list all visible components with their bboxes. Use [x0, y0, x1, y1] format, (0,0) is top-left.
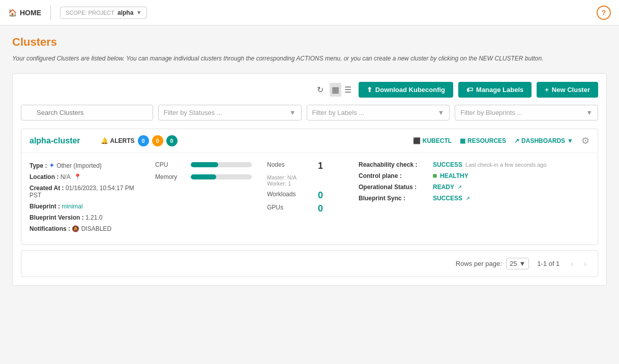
nav-divider: [50, 5, 51, 20]
memory-bar: [191, 174, 252, 179]
scope-label: SCOPE: PROJECT: [66, 10, 114, 16]
control-plane-label: Control plane :: [359, 172, 430, 179]
health-dot: [433, 174, 437, 178]
rows-per-page: Rows per page: 25 ▼: [456, 258, 529, 269]
labels-filter-arrow: ▼: [437, 109, 444, 116]
gpus-label: GPUs: [267, 204, 313, 211]
scope-selector[interactable]: SCOPE: PROJECT alpha ▼: [60, 7, 147, 19]
blueprint-row: Blueprint : minimal: [30, 203, 145, 210]
location-value: N/A: [61, 173, 70, 180]
alerts-section: 🔔 ALERTS 0 0 0: [101, 135, 178, 146]
dashboards-button[interactable]: ↗ DASHBOARDS ▼: [514, 137, 573, 144]
filters-row: 🔍 Filter by Statuses ... ▼ Filter by Lab…: [21, 105, 598, 120]
blueprint-sync-row: Blueprint Sync : SUCCESS ↗: [359, 195, 589, 202]
blueprint-value[interactable]: minimal: [62, 203, 82, 210]
list-icon: ☰: [344, 85, 351, 95]
download-icon: ⬆: [367, 86, 372, 94]
refresh-button[interactable]: ↻: [315, 83, 326, 97]
search-input[interactable]: [21, 105, 153, 120]
cluster-body: Type : ✦ Other (Imported) Location : N/A…: [21, 153, 598, 245]
gpus-value: 0: [318, 204, 323, 213]
home-button[interactable]: 🏠 HOME: [8, 9, 41, 17]
scope-dropdown-icon: ▼: [136, 10, 141, 15]
status-filter[interactable]: Filter by Statuses ... ▼: [158, 105, 302, 120]
rows-per-page-label: Rows per page:: [456, 260, 502, 267]
home-label: HOME: [20, 9, 41, 17]
manage-labels-button[interactable]: 🏷 Manage Labels: [458, 82, 532, 98]
toolbar: ↻ ▦ ☰ ⬆ Download Kubeconfig 🏷 Manage Lab…: [21, 82, 598, 98]
operational-label: Operational Status :: [359, 184, 430, 191]
blueprint-version-row: Blueprint Version : 1.21.0: [30, 214, 145, 221]
reachability-row: Reachability check : SUCCESS Last check-…: [359, 161, 589, 168]
clusters-card: ↻ ▦ ☰ ⬆ Download Kubeconfig 🏷 Manage Lab…: [12, 73, 607, 286]
new-cluster-button[interactable]: + New Cluster: [537, 82, 598, 98]
plus-icon: +: [545, 86, 549, 94]
created-at-label: Created At :: [30, 185, 64, 192]
nodes-row: Nodes 1: [267, 161, 348, 170]
resources-button[interactable]: ▦ RESOURCES: [460, 137, 506, 144]
memory-fill: [191, 174, 216, 179]
status-col: Reachability check : SUCCESS Last check-…: [359, 161, 589, 236]
grid-icon: ▦: [332, 85, 339, 95]
control-plane-row: Control plane : HEALTHY: [359, 172, 589, 179]
operational-value[interactable]: READY: [433, 184, 454, 191]
labels-filter[interactable]: Filter by Labels ... ▼: [307, 105, 450, 120]
external-link-icon-1: ↗: [457, 184, 462, 191]
page-description: Your configured Clusters are listed belo…: [12, 54, 607, 63]
location-row: Location : N/A 📍: [30, 173, 145, 180]
rows-per-page-value: 25: [510, 260, 517, 267]
created-at-row: Created At : 01/16/2023, 10:54:17 PM PST: [30, 185, 145, 199]
cluster-name[interactable]: alpha-cluster: [30, 136, 80, 145]
external-link-icon-2: ↗: [465, 195, 470, 202]
cluster-card: alpha-cluster 🔔 ALERTS 0 0 0 ⬛ KUBECTL: [21, 129, 598, 245]
label-icon: 🏷: [466, 86, 473, 94]
cpu-bar: [191, 162, 252, 167]
alert-badge-1[interactable]: 0: [152, 135, 163, 146]
download-label: Download Kubeconfig: [375, 86, 445, 94]
worker-info: Worker: 1: [267, 180, 348, 187]
help-button[interactable]: ?: [597, 6, 611, 20]
page-title: Clusters: [12, 36, 607, 49]
topnav: 🏠 HOME SCOPE: PROJECT alpha ▼ ?: [0, 0, 619, 25]
status-filter-label: Filter by Statuses ...: [164, 109, 222, 116]
gpus-row: GPUs 0: [267, 204, 348, 213]
notifications-label: Notifications :: [30, 225, 70, 232]
list-view-button[interactable]: ☰: [342, 83, 353, 97]
alerts-label: 🔔 ALERTS: [101, 137, 135, 144]
cluster-info-col: Type : ✦ Other (Imported) Location : N/A…: [30, 161, 145, 236]
settings-button[interactable]: ⚙: [581, 135, 589, 146]
help-icon: ?: [602, 9, 606, 17]
rows-per-page-select[interactable]: 25 ▼: [506, 258, 529, 269]
page-nav: ‹ ›: [568, 258, 589, 269]
notifications-value: DISABLED: [81, 225, 111, 232]
reachability-value[interactable]: SUCCESS: [433, 161, 462, 168]
workloads-label: Workloads: [267, 191, 313, 198]
resources-col: CPU Memory: [155, 161, 257, 236]
alert-badge-0[interactable]: 0: [138, 135, 149, 146]
blueprints-filter[interactable]: Filter by Blueprints ... ▼: [455, 105, 598, 120]
next-page-button[interactable]: ›: [581, 258, 589, 269]
grid-view-button[interactable]: ▦: [330, 83, 341, 97]
workloads-row: Workloads 0: [267, 191, 348, 200]
chart-icon: ↗: [514, 137, 519, 144]
view-controls: ↻ ▦ ☰: [315, 83, 353, 97]
scope-value: alpha: [117, 9, 133, 16]
home-icon: 🏠: [8, 9, 17, 17]
type-row: Type : ✦ Other (Imported): [30, 161, 145, 169]
blueprint-sync-value[interactable]: SUCCESS: [433, 195, 462, 202]
terminal-icon: ⬛: [413, 137, 421, 144]
pagination-bar: Rows per page: 25 ▼ 1-1 of 1 ‹ ›: [21, 250, 598, 277]
kubectl-button[interactable]: ⬛ KUBECTL: [413, 137, 452, 144]
operational-row: Operational Status : READY ↗: [359, 184, 589, 191]
blueprint-version-value: 1.21.0: [85, 214, 102, 221]
alert-badge-2[interactable]: 0: [166, 135, 178, 146]
blueprints-filter-label: Filter by Blueprints ...: [460, 109, 522, 116]
refresh-icon: ↻: [317, 85, 323, 95]
dashboards-arrow: ▼: [567, 137, 573, 144]
cpu-label: CPU: [155, 161, 186, 168]
memory-label: Memory: [155, 173, 186, 180]
mute-icon: 🔕: [72, 225, 79, 232]
download-kubeconfig-button[interactable]: ⬆ Download Kubeconfig: [359, 82, 453, 98]
blueprint-sync-label: Blueprint Sync :: [359, 195, 430, 202]
prev-page-button[interactable]: ‹: [568, 258, 576, 269]
